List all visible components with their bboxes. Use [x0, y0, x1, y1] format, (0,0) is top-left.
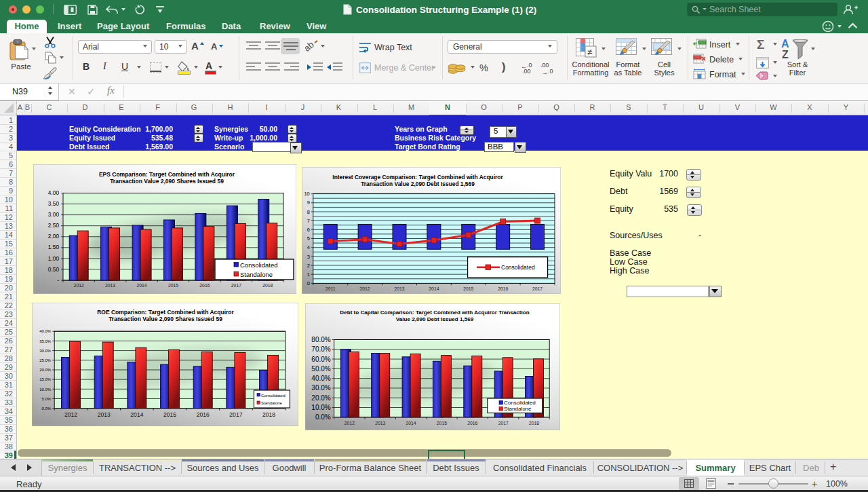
svg-text:4.00: 4.00	[48, 189, 60, 196]
svg-text:70.0%: 70.0%	[311, 345, 330, 353]
svg-text:2015: 2015	[168, 283, 178, 288]
svg-text:1: 1	[307, 271, 310, 278]
svg-text:2: 2	[307, 263, 310, 269]
svg-text:2015: 2015	[163, 411, 176, 418]
svg-text:2016: 2016	[498, 286, 508, 291]
svg-text:1.50: 1.50	[48, 244, 60, 250]
svg-text:20.0%: 20.0%	[39, 368, 52, 372]
svg-text:ROE Comparison: Target Combine: ROE Comparison: Target Combined with Acq…	[97, 309, 234, 316]
svg-text:Consolidated: Consolidated	[261, 393, 285, 398]
svg-text:10.0%: 10.0%	[39, 387, 52, 392]
svg-text:3.00: 3.00	[48, 211, 60, 218]
svg-text:3.50: 3.50	[48, 200, 60, 207]
svg-text:2015: 2015	[463, 286, 473, 291]
svg-text:2016: 2016	[199, 283, 210, 288]
svg-text:2017: 2017	[231, 283, 241, 288]
svg-text:50.0%: 50.0%	[311, 365, 330, 373]
svg-text:2016: 2016	[197, 411, 210, 418]
svg-text:Transaction Value 2,090 Debt I: Transaction Value 2,090 Debt Issued 1,56…	[361, 181, 475, 187]
svg-text:Standalone: Standalone	[261, 400, 282, 405]
svg-text:Transaction Value 2,090 Shares: Transaction Value 2,090 Shares Issued 59	[110, 178, 224, 185]
svg-text:8: 8	[307, 209, 310, 215]
svg-text:2011: 2011	[326, 286, 336, 291]
svg-text:10: 10	[304, 191, 309, 197]
svg-text:40.0%: 40.0%	[39, 329, 52, 333]
svg-text:2014: 2014	[137, 283, 147, 288]
svg-text:40.0%: 40.0%	[311, 375, 330, 382]
svg-text:Standalone: Standalone	[240, 271, 273, 278]
svg-text:2017: 2017	[229, 411, 242, 418]
svg-text:≠: ≠	[587, 47, 592, 57]
svg-text:60.0%: 60.0%	[311, 356, 330, 363]
svg-text:9: 9	[307, 200, 310, 206]
svg-text:5.0%: 5.0%	[42, 397, 52, 401]
svg-text:0.0%: 0.0%	[42, 406, 52, 411]
svg-text:Consolidated: Consolidated	[504, 400, 536, 406]
svg-text:2018: 2018	[262, 411, 275, 418]
svg-text:2013: 2013	[105, 283, 115, 288]
svg-text:6: 6	[307, 227, 310, 233]
svg-text:Debt to Capital Comparison: Ta: Debt to Capital Comparison: Target Combi…	[340, 309, 529, 316]
svg-text:Standalone: Standalone	[504, 406, 532, 412]
svg-text:7: 7	[307, 218, 310, 224]
svg-text:2.00: 2.00	[48, 233, 60, 240]
svg-text:2018: 2018	[529, 421, 539, 425]
svg-text:4: 4	[307, 244, 310, 250]
svg-text:2014: 2014	[406, 421, 416, 425]
svg-text:-: -	[57, 277, 59, 284]
svg-text:2014: 2014	[130, 411, 143, 418]
svg-text:EPS Comparison: Target Combine: EPS Comparison: Target Combined with Acq…	[99, 171, 235, 178]
svg-text:2012: 2012	[64, 411, 77, 418]
svg-text:10.0%: 10.0%	[311, 404, 330, 411]
svg-text:2017: 2017	[498, 421, 509, 425]
svg-text:30.0%: 30.0%	[311, 384, 330, 392]
svg-text:5: 5	[307, 235, 310, 242]
svg-text:2013: 2013	[375, 421, 385, 425]
svg-text:Transaction Value 2,090 Shares: Transaction Value 2,090 Shares Issued 59	[108, 316, 222, 322]
svg-text:0: 0	[307, 280, 310, 286]
svg-text:2017: 2017	[532, 286, 542, 291]
svg-text:2015: 2015	[437, 421, 447, 425]
svg-text:2012: 2012	[360, 286, 370, 291]
svg-text:35.0%: 35.0%	[39, 339, 52, 343]
svg-text:2016: 2016	[467, 421, 477, 425]
svg-text:2013: 2013	[394, 286, 404, 291]
svg-text:2012: 2012	[344, 421, 355, 425]
svg-text:2.50: 2.50	[48, 222, 60, 229]
svg-text:2014: 2014	[429, 286, 439, 291]
svg-text:25.0%: 25.0%	[39, 358, 52, 362]
svg-text:30.0%: 30.0%	[39, 349, 52, 353]
svg-text:1.00: 1.00	[48, 255, 60, 262]
svg-text:Consolidated: Consolidated	[501, 264, 535, 271]
svg-text:20.0%: 20.0%	[311, 394, 330, 402]
svg-text:Value 2,090 Debt Issued 1,569: Value 2,090 Debt Issued 1,569	[396, 316, 474, 322]
svg-text:2013: 2013	[98, 411, 111, 418]
svg-text:3: 3	[307, 254, 310, 260]
svg-text:15.0%: 15.0%	[39, 377, 52, 381]
svg-text:2018: 2018	[262, 283, 273, 288]
svg-text:ab: ab	[305, 40, 316, 52]
svg-text:Interest Coverage Comparison:: Interest Coverage Comparison: Target Com…	[332, 174, 503, 181]
svg-text:Consolidated: Consolidated	[240, 261, 277, 269]
svg-text:0.0%: 0.0%	[315, 413, 331, 421]
svg-text:2012: 2012	[74, 283, 84, 288]
svg-text:0.50: 0.50	[48, 266, 60, 273]
svg-text:80.0%: 80.0%	[311, 336, 330, 343]
